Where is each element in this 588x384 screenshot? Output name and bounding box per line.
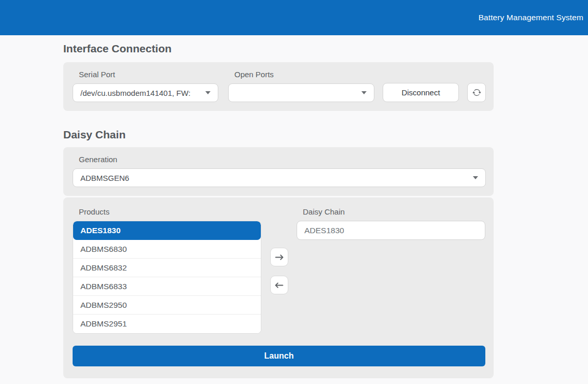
chevron-down-icon xyxy=(205,91,211,94)
list-item-adbms2951[interactable]: ADBMS2951 xyxy=(73,315,261,333)
daisy-chain-heading: Daisy Chain xyxy=(63,129,494,141)
list-item-adbms6830[interactable]: ADBMS6830 xyxy=(73,240,261,259)
disconnect-button[interactable]: Disconnect xyxy=(383,83,459,102)
interface-connection-heading: Interface Connection xyxy=(63,35,494,55)
list-item-adbms6833[interactable]: ADBMS6833 xyxy=(73,277,261,296)
products-label: Products xyxy=(79,207,261,216)
chevron-down-icon xyxy=(473,176,478,179)
serial-port-label: Serial Port xyxy=(79,70,218,79)
generation-label: Generation xyxy=(79,155,486,164)
chevron-down-icon xyxy=(361,91,367,94)
app-header: Battery Management System xyxy=(0,0,588,35)
generation-select[interactable]: ADBMSGEN6 xyxy=(73,168,486,187)
refresh-ports-button[interactable] xyxy=(467,83,486,102)
refresh-icon xyxy=(472,88,481,97)
arrow-right-icon xyxy=(275,253,284,262)
app-title: Battery Management System xyxy=(479,13,583,22)
serial-port-select[interactable]: /dev/cu.usbmodem141401, FW: xyxy=(73,83,218,102)
arrow-left-icon xyxy=(275,281,284,290)
open-ports-select[interactable] xyxy=(228,83,374,102)
main-container: Interface Connection Serial Port /dev/cu… xyxy=(63,35,494,378)
serial-port-value: /dev/cu.usbmodem141401, FW: xyxy=(80,89,190,97)
interface-connection-panel: Serial Port /dev/cu.usbmodem141401, FW: … xyxy=(63,62,494,111)
list-item-ades1830[interactable]: ADES1830 xyxy=(73,221,261,240)
add-to-chain-button[interactable] xyxy=(270,248,288,266)
daisy-chain-field-label: Daisy Chain xyxy=(303,207,485,216)
list-item-adbms6832[interactable]: ADBMS6832 xyxy=(73,259,261,277)
open-ports-label: Open Ports xyxy=(234,70,374,79)
remove-from-chain-button[interactable] xyxy=(270,276,288,294)
daisy-chain-input[interactable] xyxy=(297,221,485,240)
launch-button[interactable]: Launch xyxy=(73,346,485,366)
products-list: ADES1830 ADBMS6830 ADBMS6832 ADBMS6833 A… xyxy=(73,221,261,334)
products-panel: Products ADES1830 ADBMS6830 ADBMS6832 AD… xyxy=(63,197,494,378)
generation-panel: Generation ADBMSGEN6 xyxy=(63,147,494,196)
generation-value: ADBMSGEN6 xyxy=(80,174,129,182)
list-item-adbms2950[interactable]: ADBMS2950 xyxy=(73,296,261,315)
